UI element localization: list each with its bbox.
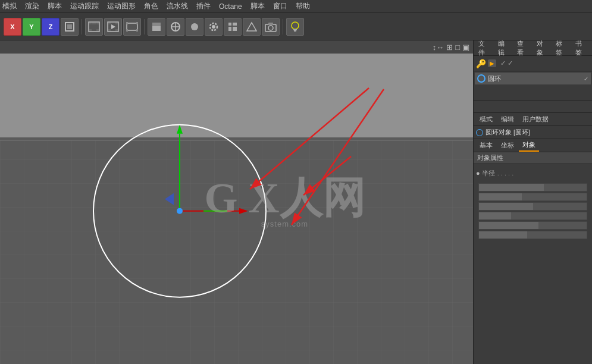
right-panel: 文件 编辑 查看 对象 标签 书签 🔑 ▶ ✓ ✓ 圆环 ✓ 模式 编辑 bbox=[473, 40, 592, 364]
svg-point-35 bbox=[292, 22, 299, 29]
slider-bar-2[interactable] bbox=[478, 193, 587, 201]
panel-tag-btn[interactable]: 标签 bbox=[553, 39, 571, 58]
panel-view-btn[interactable]: 查看 bbox=[515, 39, 532, 58]
object-list: 圆环 ✓ bbox=[474, 71, 592, 101]
menu-octane[interactable]: Octane bbox=[219, 2, 242, 11]
menu-motiontrack[interactable]: 运动跟踪 bbox=[70, 1, 99, 11]
axis-x-button[interactable]: X bbox=[4, 18, 21, 36]
menu-script2[interactable]: 脚本 bbox=[250, 1, 265, 11]
obj-type-icon bbox=[476, 129, 483, 136]
3d-object-circle bbox=[84, 116, 275, 308]
svg-rect-7 bbox=[96, 29, 99, 31]
userdata-tab[interactable]: 用户数据 bbox=[519, 114, 552, 125]
panel-object-btn[interactable]: 对象 bbox=[534, 39, 552, 58]
svg-rect-20 bbox=[152, 23, 161, 26]
svg-rect-1 bbox=[67, 24, 72, 29]
object-name-torus: 圆环 bbox=[488, 74, 501, 83]
svg-marker-13 bbox=[111, 24, 115, 29]
panel-subtabs: 基本 坐标 对象 bbox=[474, 139, 592, 152]
coord-subtab[interactable]: 坐标 bbox=[497, 140, 518, 151]
slider-row-6 bbox=[478, 231, 587, 239]
torus-icon bbox=[477, 74, 485, 83]
radius-row: ● 半径 . . . . . bbox=[476, 167, 590, 180]
panel-properties: ● 半径 . . . . . bbox=[474, 164, 592, 364]
svg-rect-19 bbox=[152, 26, 161, 31]
panel-top-toolbar: 文件 编辑 查看 对象 标签 书签 bbox=[474, 40, 592, 56]
toolbar-separator-3 bbox=[283, 19, 283, 34]
filmstrip-btn-1[interactable] bbox=[85, 18, 103, 36]
svg-rect-34 bbox=[268, 23, 273, 25]
svg-marker-31 bbox=[247, 23, 256, 31]
circle-btn[interactable] bbox=[186, 18, 203, 36]
filmstrip-btn-2[interactable] bbox=[104, 18, 122, 36]
viewport-grid-icon[interactable]: ⊞ bbox=[446, 43, 453, 52]
slider-bar-3[interactable] bbox=[478, 202, 587, 211]
box-button[interactable] bbox=[61, 18, 79, 36]
svg-rect-14 bbox=[127, 23, 137, 30]
menu-pipeline[interactable]: 流水线 bbox=[167, 1, 188, 11]
object-list-item-torus[interactable]: 圆环 ✓ bbox=[475, 73, 591, 84]
slider-row-2 bbox=[478, 193, 587, 201]
svg-rect-5 bbox=[96, 23, 99, 24]
svg-marker-42 bbox=[177, 125, 183, 134]
lightbulb-btn[interactable] bbox=[286, 18, 304, 36]
slider-row-5 bbox=[478, 221, 587, 230]
svg-point-46 bbox=[177, 208, 183, 214]
triangle-btn[interactable] bbox=[243, 18, 261, 36]
mode-tab[interactable]: 模式 bbox=[476, 114, 496, 125]
grid-btn[interactable] bbox=[224, 18, 242, 36]
menu-character[interactable]: 角色 bbox=[144, 1, 158, 11]
shape-btn[interactable] bbox=[148, 18, 165, 36]
svg-rect-37 bbox=[294, 30, 296, 32]
svg-rect-30 bbox=[233, 27, 237, 31]
object-checkmark: ✓ bbox=[584, 76, 588, 82]
slider-row-3 bbox=[478, 202, 587, 211]
svg-rect-9 bbox=[108, 23, 111, 24]
svg-rect-3 bbox=[89, 23, 92, 24]
viewport-move-icon[interactable]: ↕↔ bbox=[433, 43, 444, 52]
panel-file-btn[interactable]: 文件 bbox=[476, 39, 493, 58]
panel-key-icon[interactable]: 🔑 bbox=[476, 59, 486, 68]
object-type-label: 圆环对象 [圆环] bbox=[485, 128, 530, 137]
menu-plugins[interactable]: 插件 bbox=[196, 1, 211, 11]
menu-window[interactable]: 窗口 bbox=[273, 1, 287, 11]
menu-render[interactable]: 渲染 bbox=[25, 1, 39, 11]
viewport[interactable]: ↕↔ ⊞ □ ▣ bbox=[0, 40, 473, 364]
menu-mograph[interactable]: 运动图形 bbox=[107, 1, 136, 11]
viewport-mode-icon[interactable]: □ bbox=[455, 43, 460, 52]
slider-bar-6[interactable] bbox=[478, 231, 587, 239]
svg-rect-11 bbox=[108, 29, 111, 31]
viewport-topbar: ↕↔ ⊞ □ ▣ bbox=[0, 40, 473, 54]
pen-btn[interactable] bbox=[167, 18, 184, 36]
panel-active-indicator[interactable]: ▶ bbox=[488, 59, 496, 67]
svg-point-25 bbox=[212, 25, 215, 29]
svg-rect-16 bbox=[126, 29, 128, 32]
panel-bookmark-btn[interactable]: 书签 bbox=[573, 39, 590, 58]
panel-edit-btn[interactable]: 编辑 bbox=[496, 39, 513, 58]
svg-point-33 bbox=[268, 26, 273, 30]
panel-icons-row: 🔑 ▶ ✓ ✓ bbox=[474, 56, 592, 71]
camera-btn[interactable] bbox=[262, 18, 280, 36]
menu-script[interactable]: 脚本 bbox=[48, 1, 62, 11]
slider-row-4 bbox=[478, 212, 587, 220]
object-subtab[interactable]: 对象 bbox=[519, 139, 539, 152]
filmstrip-btn-3[interactable] bbox=[123, 18, 141, 36]
edit-tab[interactable]: 编辑 bbox=[497, 114, 518, 125]
menubar: 模拟 渲染 脚本 运动跟踪 运动图形 角色 流水线 插件 Octane 脚本 窗… bbox=[0, 0, 592, 13]
axis-z-button[interactable]: Z bbox=[42, 18, 59, 36]
axis-y-button[interactable]: Y bbox=[23, 18, 40, 36]
panel-section-title: 对象属性 bbox=[474, 152, 592, 164]
slider-bar-4[interactable] bbox=[478, 212, 587, 220]
viewport-cam-icon[interactable]: ▣ bbox=[462, 43, 469, 52]
slider-bar-5[interactable] bbox=[478, 221, 587, 230]
menu-help[interactable]: 帮助 bbox=[296, 1, 310, 11]
panel-mode-tabs: 模式 编辑 用户数据 bbox=[474, 113, 592, 126]
radius-dots: . . . . . bbox=[497, 170, 590, 177]
menu-simulate[interactable]: 模拟 bbox=[2, 1, 17, 11]
toolbar-separator-2 bbox=[144, 19, 145, 34]
slider-bar-1[interactable] bbox=[478, 183, 587, 192]
svg-rect-29 bbox=[228, 27, 231, 31]
cog-btn[interactable] bbox=[205, 18, 223, 36]
basic-subtab[interactable]: 基本 bbox=[476, 140, 496, 151]
radius-label: ● 半径 bbox=[476, 169, 495, 178]
